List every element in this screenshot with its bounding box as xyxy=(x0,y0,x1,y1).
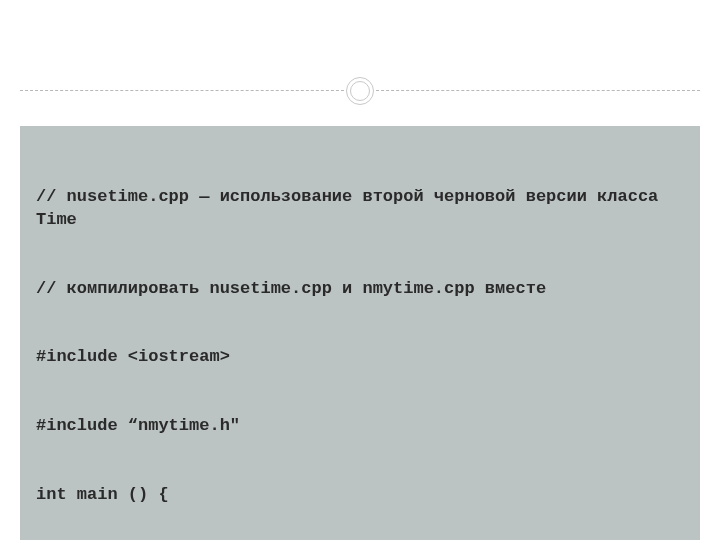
ring-ornament xyxy=(345,76,375,106)
code-line: #include “nmytime.h" xyxy=(36,415,684,438)
code-block: // nusetime.cpp — использование второй ч… xyxy=(20,126,700,540)
ring-inner-icon xyxy=(350,81,370,101)
code-line: int main () { xyxy=(36,484,684,507)
slide-header xyxy=(20,18,700,96)
ring-outer-icon xyxy=(346,77,374,105)
slide: // nusetime.cpp — использование второй ч… xyxy=(0,0,720,540)
code-line: // nusetime.cpp — использование второй ч… xyxy=(36,186,684,232)
code-line: #include <iostream> xyxy=(36,346,684,369)
code-line: // компилировать nusetime.cpp и nmytime.… xyxy=(36,278,684,301)
